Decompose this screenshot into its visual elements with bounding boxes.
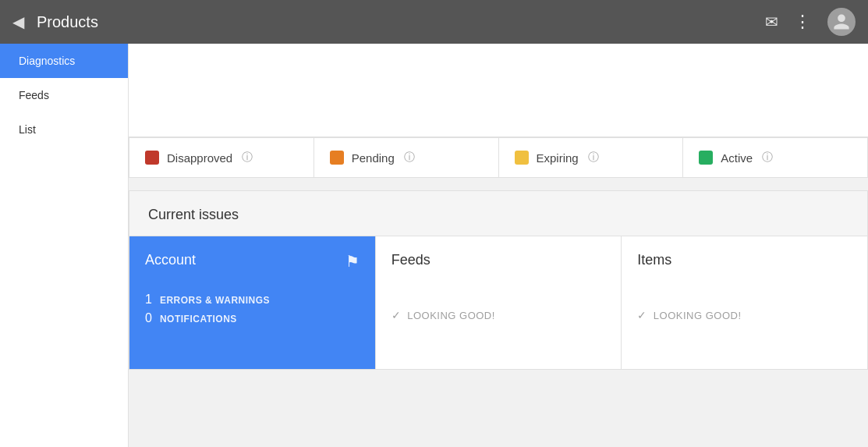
status-disapproved[interactable]: Disapproved ⓘ bbox=[129, 138, 314, 177]
sidebar-item-list[interactable]: List bbox=[0, 112, 128, 147]
items-card-header: Items bbox=[622, 236, 867, 278]
errors-count: 1 bbox=[145, 293, 152, 307]
account-card-title: Account bbox=[145, 252, 196, 268]
notifications-count: 0 bbox=[145, 311, 152, 325]
account-card[interactable]: Account ⚑ 1 ERRORS & WARNINGS 0 NOTIFICA… bbox=[129, 236, 376, 369]
notifications-label: NOTIFICATIONS bbox=[160, 314, 237, 325]
active-info-icon: ⓘ bbox=[762, 151, 773, 165]
items-check-icon: ✓ bbox=[637, 309, 647, 321]
active-dot bbox=[699, 151, 713, 165]
issues-grid: Account ⚑ 1 ERRORS & WARNINGS 0 NOTIFICA… bbox=[129, 236, 867, 369]
expiring-info-icon: ⓘ bbox=[588, 151, 599, 165]
flag-icon: ⚑ bbox=[345, 252, 360, 271]
feeds-check-icon: ✓ bbox=[391, 309, 402, 321]
feeds-good-message: ✓ LOOKING GOOD! bbox=[376, 278, 622, 337]
header-actions: ✉ ⋮ bbox=[765, 8, 856, 36]
status-expiring[interactable]: Expiring ⓘ bbox=[499, 138, 684, 177]
account-card-body: 1 ERRORS & WARNINGS 0 NOTIFICATIONS bbox=[129, 280, 375, 342]
errors-label: ERRORS & WARNINGS bbox=[160, 295, 270, 306]
disapproved-info-icon: ⓘ bbox=[242, 151, 253, 165]
account-card-header: Account ⚑ bbox=[129, 236, 375, 280]
page-layout: Diagnostics Feeds List Disapproved ⓘ Pen… bbox=[0, 44, 868, 447]
chart-area bbox=[129, 44, 868, 137]
status-pending[interactable]: Pending ⓘ bbox=[314, 138, 499, 177]
items-good-text: LOOKING GOOD! bbox=[654, 310, 742, 321]
disapproved-dot bbox=[145, 151, 159, 165]
pending-dot bbox=[330, 151, 344, 165]
errors-stat: 1 ERRORS & WARNINGS bbox=[145, 293, 360, 307]
main-content: Disapproved ⓘ Pending ⓘ Expiring ⓘ Activ… bbox=[129, 44, 868, 447]
sidebar-item-feeds[interactable]: Feeds bbox=[0, 78, 128, 112]
notifications-stat: 0 NOTIFICATIONS bbox=[145, 311, 360, 325]
items-card[interactable]: Items ✓ LOOKING GOOD! bbox=[622, 236, 867, 369]
mail-icon[interactable]: ✉ bbox=[765, 12, 778, 31]
expiring-label: Expiring bbox=[537, 151, 579, 165]
more-options-icon[interactable]: ⋮ bbox=[794, 12, 812, 32]
sidebar: Diagnostics Feeds List bbox=[0, 44, 129, 447]
feeds-card[interactable]: Feeds ✓ LOOKING GOOD! bbox=[376, 236, 622, 369]
status-active[interactable]: Active ⓘ bbox=[683, 138, 867, 177]
sidebar-item-diagnostics[interactable]: Diagnostics bbox=[0, 44, 128, 78]
items-card-title: Items bbox=[637, 252, 671, 268]
current-issues-section: Current issues Account ⚑ 1 ERRORS & WARN… bbox=[129, 190, 868, 370]
expiring-dot bbox=[515, 151, 529, 165]
feeds-card-title: Feeds bbox=[391, 252, 430, 268]
app-title: Products bbox=[37, 13, 765, 31]
disapproved-label: Disapproved bbox=[167, 151, 232, 165]
items-good-message: ✓ LOOKING GOOD! bbox=[622, 278, 867, 337]
app-header: ◀ Products ✉ ⋮ bbox=[0, 0, 868, 44]
feeds-good-text: LOOKING GOOD! bbox=[407, 310, 495, 321]
active-label: Active bbox=[721, 151, 753, 165]
avatar[interactable] bbox=[827, 8, 856, 36]
status-bar: Disapproved ⓘ Pending ⓘ Expiring ⓘ Activ… bbox=[129, 137, 868, 178]
current-issues-title: Current issues bbox=[129, 191, 867, 236]
back-arrow-icon[interactable]: ◀ bbox=[12, 12, 24, 31]
avatar-icon bbox=[832, 12, 851, 31]
feeds-card-header: Feeds bbox=[376, 236, 622, 278]
pending-info-icon: ⓘ bbox=[404, 151, 415, 165]
pending-label: Pending bbox=[352, 151, 395, 165]
